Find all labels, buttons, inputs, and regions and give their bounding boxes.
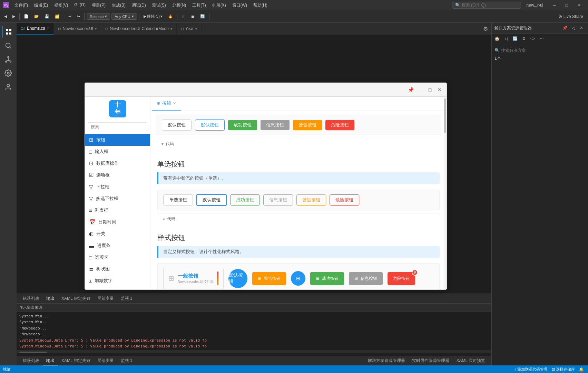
demo-pin-button[interactable]: 📌 <box>406 86 415 94</box>
demo-maximize-button[interactable]: □ <box>426 86 434 94</box>
tab-year[interactable]: ⊡ Year ▾ <box>177 23 202 35</box>
tab-watch[interactable]: 监视 1 <box>117 294 136 303</box>
menu-view[interactable]: 视图(V) <box>51 2 71 9</box>
warning-btn-1[interactable]: 警告按钮 <box>293 120 322 130</box>
info-btn-1[interactable]: 信息按钮 <box>261 120 290 130</box>
demo-close-button[interactable]: ✕ <box>435 86 444 94</box>
pause-button[interactable]: ⏸ <box>179 13 187 20</box>
tab-output[interactable]: 输出 <box>43 294 58 303</box>
menu-git[interactable]: Git(G) <box>71 2 88 9</box>
menu-tools[interactable]: 工具(T) <box>189 2 208 9</box>
radio-danger-btn[interactable]: 危险按钮 <box>330 194 359 205</box>
bottom-tab-watch[interactable]: 监视 1 <box>117 356 136 365</box>
menu-edit[interactable]: 编辑(E) <box>31 2 51 9</box>
activity-search[interactable] <box>2 39 14 52</box>
style-normal-btn[interactable]: ⊞ 一般按钮 Newbeecoder.UI控件库 <box>163 268 224 289</box>
bottom-tab-locals[interactable]: 局部变量 <box>94 356 117 365</box>
scroll-track[interactable] <box>444 97 447 289</box>
rp-toolbar-refresh[interactable]: 🔄 <box>511 35 519 42</box>
rp-toolbar-settings[interactable]: ⚙ <box>520 35 528 42</box>
code-toggle-radio[interactable]: ▾ 代码 <box>157 213 440 225</box>
title-search[interactable]: 🔍 <box>452 2 521 9</box>
back-button[interactable]: ◀ <box>2 13 9 20</box>
style-green-btn[interactable]: ⊞ 成功按钮 <box>310 272 344 285</box>
menu-test[interactable]: 测试(S) <box>149 2 169 9</box>
code-toggle-1[interactable]: ▾ 代码 <box>156 138 441 150</box>
nav-listbox[interactable]: ≡ 列表框 <box>85 204 150 216</box>
tab-ui-close[interactable]: ▾ <box>95 27 97 31</box>
status-ready[interactable]: 就绪 <box>3 367 10 372</box>
nav-button[interactable]: ⊞ 按钮 <box>85 134 150 146</box>
style-info-btn[interactable]: ⊞ 信息按钮 <box>349 272 383 285</box>
style-danger-btn[interactable]: 危险按钮 9 <box>388 272 415 285</box>
tab-locals[interactable]: 局部变量 <box>94 294 117 303</box>
rp-toolbar-back[interactable]: ◁ <box>502 35 510 42</box>
radio-success-btn[interactable]: 成功按钮 <box>230 194 260 205</box>
right-panel-arrow-left[interactable]: ◁ <box>569 24 577 32</box>
bottom-tab-output[interactable]: 输出 <box>43 356 58 365</box>
demo-search-container[interactable] <box>88 122 147 131</box>
demo-tab-button[interactable]: ⊞ 按钮 ✕ <box>152 97 181 111</box>
bottom-right-tab-3[interactable]: XAML 实时预览 <box>453 356 489 365</box>
nav-numeric[interactable]: ± 加减数字 <box>85 275 150 287</box>
style-blue-circle-btn[interactable]: 默认按钮 <box>228 269 247 288</box>
nav-tabcontrol[interactable]: □ 选项卡 <box>85 251 150 263</box>
menu-file[interactable]: 文件(F) <box>12 2 31 9</box>
debug-fire-button[interactable]: 🔥 <box>166 13 175 20</box>
close-button[interactable]: ✕ <box>574 1 585 9</box>
menu-window[interactable]: 窗口(W) <box>229 2 250 9</box>
activity-settings[interactable] <box>2 67 14 79</box>
nav-db[interactable]: ⊡ 数据库操作 <box>85 157 150 169</box>
radio-info-btn[interactable]: 信息按钮 <box>263 194 293 205</box>
menu-debug[interactable]: 调试(D) <box>129 2 149 9</box>
nav-input[interactable]: □ 输入框 <box>85 146 150 157</box>
tab-xaml-binding[interactable]: XAML 绑定失败 <box>58 294 94 303</box>
bottom-right-tab-1[interactable]: 解决方案资源管理器 <box>364 356 409 365</box>
demo-search-input[interactable] <box>88 122 147 131</box>
tab-ui[interactable]: ⊡ Newbeecoder.UI ▾ <box>54 23 101 35</box>
new-tab-button[interactable]: ⚙ <box>480 26 491 32</box>
style-small-circle-btn[interactable]: ⊞ <box>291 271 305 286</box>
demo-minimize-button[interactable]: ─ <box>416 86 424 94</box>
danger-btn-1[interactable]: 危险按钮 <box>325 120 354 130</box>
activity-git[interactable] <box>2 53 14 66</box>
continue-button[interactable]: ▶ 继续(C) ▾ <box>141 13 165 20</box>
undo-button[interactable]: ↩ <box>66 13 74 20</box>
nav-multiselect[interactable]: ▽ 多选下拉框 <box>85 193 150 204</box>
tab-enums-close[interactable]: ✕ <box>47 27 49 30</box>
restart-button[interactable]: 🔄 <box>198 13 207 20</box>
default-btn-2[interactable]: 默认按钮 <box>195 119 225 131</box>
minimize-button[interactable]: ─ <box>549 1 560 9</box>
activity-explorer[interactable] <box>2 26 14 38</box>
tab-enums[interactable]: C# Enums.cs ✕ <box>17 23 54 35</box>
nav-progress[interactable]: ▬ 进度条 <box>85 240 150 251</box>
rp-toolbar-more[interactable]: ⋯ <box>538 35 546 42</box>
save-button[interactable]: 💾 <box>42 13 51 20</box>
search-input[interactable] <box>462 3 510 8</box>
right-panel-pin[interactable]: 📌 <box>561 24 569 32</box>
save-all-button[interactable]: 🗂️ <box>53 13 62 20</box>
menu-extensions[interactable]: 扩展(X) <box>209 2 229 9</box>
menu-analyze[interactable]: 分析(N) <box>169 2 189 9</box>
radio-plain-btn[interactable]: 单选按钮 <box>163 194 193 205</box>
forward-button[interactable]: ▶ <box>10 13 17 20</box>
status-notification[interactable]: 🔔 <box>578 367 585 372</box>
nav-dropdown[interactable]: ▽ 下拉框 <box>85 181 150 193</box>
nav-toggle[interactable]: ◐ 开关 <box>85 228 150 240</box>
tab-calendar-close[interactable]: ▾ <box>170 27 172 31</box>
stop-button[interactable]: ⏹ <box>189 13 197 20</box>
redo-button[interactable]: ↪ <box>75 13 82 20</box>
nav-checkbox[interactable]: ☑ 选项框 <box>85 169 150 181</box>
success-btn-1[interactable]: 成功按钮 <box>228 120 257 130</box>
open-button[interactable]: 📂 <box>32 13 41 20</box>
status-select-repo[interactable]: ⊡ 选择存储库 <box>550 367 576 372</box>
new-file-button[interactable]: 📄 <box>22 13 31 20</box>
status-add-source[interactable]: ↑ 添加到源代码管理 <box>513 367 549 372</box>
activity-account[interactable] <box>2 81 14 93</box>
radio-warning-btn[interactable]: 警告按钮 <box>296 194 326 205</box>
maximize-button[interactable]: □ <box>561 1 572 9</box>
nav-colorpicker[interactable]: ◈ 颜色选择器 <box>85 287 150 289</box>
cpu-config-dropdown[interactable]: Any CPU ▾ <box>111 13 137 20</box>
nav-datetime[interactable]: 📅 日期时间 <box>85 216 150 228</box>
menu-project[interactable]: 项目(P) <box>89 2 108 9</box>
